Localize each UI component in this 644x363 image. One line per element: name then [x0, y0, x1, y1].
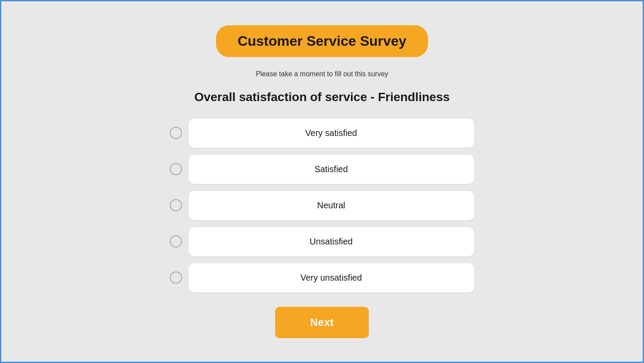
- option-label-neutral[interactable]: Neutral: [188, 190, 475, 221]
- radio-very-unsatisfied[interactable]: [170, 271, 182, 284]
- option-label-very-unsatisfied[interactable]: Very unsatisfied: [188, 263, 475, 293]
- survey-title-badge: Customer Service Survey: [216, 25, 428, 57]
- radio-unsatisfied[interactable]: [170, 235, 182, 248]
- survey-question: Overall satisfaction of service - Friend…: [194, 90, 450, 104]
- options-list: Very satisfiedSatisfiedNeutralUnsatisfie…: [170, 118, 475, 293]
- option-row-unsatisfied[interactable]: Unsatisfied: [170, 227, 475, 257]
- option-row-very-satisfied[interactable]: Very satisfied: [170, 118, 475, 148]
- option-row-satisfied[interactable]: Satisfied: [170, 154, 475, 184]
- next-button[interactable]: Next: [275, 307, 368, 338]
- option-row-neutral[interactable]: Neutral: [170, 190, 475, 221]
- option-label-unsatisfied[interactable]: Unsatisfied: [188, 227, 475, 257]
- option-label-very-satisfied[interactable]: Very satisfied: [188, 118, 475, 148]
- survey-title: Customer Service Survey: [238, 33, 407, 49]
- option-row-very-unsatisfied[interactable]: Very unsatisfied: [170, 263, 475, 293]
- radio-satisfied[interactable]: [170, 163, 182, 175]
- option-label-satisfied[interactable]: Satisfied: [188, 154, 475, 184]
- radio-neutral[interactable]: [170, 199, 182, 211]
- survey-subtitle: Please take a moment to fill out this su…: [256, 70, 388, 78]
- survey-container: Customer Service Survey Please take a mo…: [170, 25, 475, 338]
- radio-very-satisfied[interactable]: [170, 127, 182, 139]
